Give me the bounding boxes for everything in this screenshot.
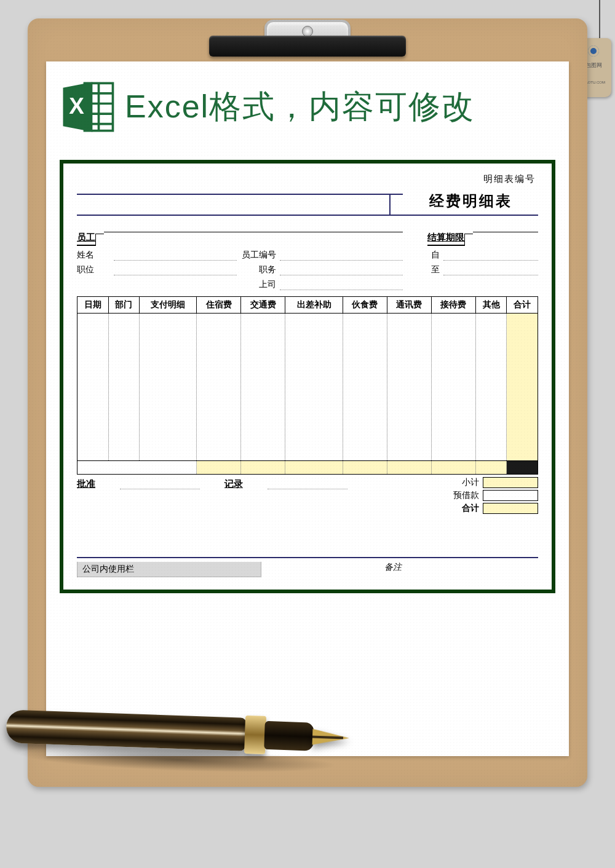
excel-icon: X [60,79,116,135]
tag-string [599,0,600,43]
input-approve[interactable] [120,478,200,489]
fountain-pen [5,688,352,780]
label-from: 自 [427,250,443,261]
approve-label: 批准 [77,478,95,514]
advance-label: 预借款 [446,490,483,501]
excel-header: X Excel格式，内容可修改 [60,79,555,135]
col-date: 日期 [77,297,109,314]
form-title: 经费明细表 [403,189,538,215]
label-superior: 上司 [237,279,280,290]
advance-value[interactable] [483,490,538,501]
total-value[interactable] [483,503,538,514]
col-entertain: 接待费 [431,297,475,314]
clipboard-clip [209,15,406,59]
label-duty: 职务 [237,264,280,275]
internal-use-label: 公司内使用栏 [77,562,261,577]
label-to: 至 [427,264,443,275]
table-body-row[interactable] [77,314,538,461]
col-meal: 伙食费 [343,297,387,314]
table-header-row: 日期 部门 支付明细 住宿费 交通费 出差补助 伙食费 通讯费 接待费 其他 合… [77,297,538,314]
col-allow: 出差补助 [285,297,343,314]
svg-text:X: X [69,93,84,119]
col-transport: 交通费 [241,297,285,314]
table-sum-row [77,461,538,475]
col-other: 其他 [475,297,507,314]
col-total: 合计 [507,297,538,314]
input-position[interactable] [114,264,237,275]
subtotal-value[interactable] [483,477,538,488]
page-title: Excel格式，内容可修改 [125,85,475,128]
input-record[interactable] [268,478,347,489]
input-from[interactable] [443,250,538,261]
expense-form: 明细表编号 经费明细表 员工 姓名 员工编号 [60,160,555,593]
col-pay: 支付明细 [140,297,197,314]
label-position: 职位 [77,264,114,275]
sheet-number-label: 明细表编号 [77,173,536,185]
record-label: 记录 [224,478,243,514]
input-to[interactable] [443,264,538,275]
expense-table: 日期 部门 支付明细 住宿费 交通费 出差补助 伙食费 通讯费 接待费 其他 合… [77,296,538,475]
period-section-label: 结算期限 [427,232,464,246]
subtotal-label: 小计 [446,477,483,488]
input-duty[interactable] [280,264,403,275]
col-comm: 通讯费 [387,297,431,314]
col-dept: 部门 [108,297,140,314]
label-emp-no: 员工编号 [237,250,280,261]
label-name: 姓名 [77,250,114,261]
col-lodging: 住宿费 [197,297,241,314]
form-title-row: 经费明细表 [77,189,538,216]
clipboard: X Excel格式，内容可修改 明细表编号 经费明细表 员工 [28,18,587,787]
remark-label: 备注 [384,562,402,577]
employee-section-label: 员工 [77,232,95,246]
input-superior[interactable] [280,279,403,290]
input-name[interactable] [114,250,237,261]
total-label: 合计 [446,503,483,514]
input-emp-no[interactable] [280,250,403,261]
paper-sheet: X Excel格式，内容可修改 明细表编号 经费明细表 员工 [46,61,569,756]
